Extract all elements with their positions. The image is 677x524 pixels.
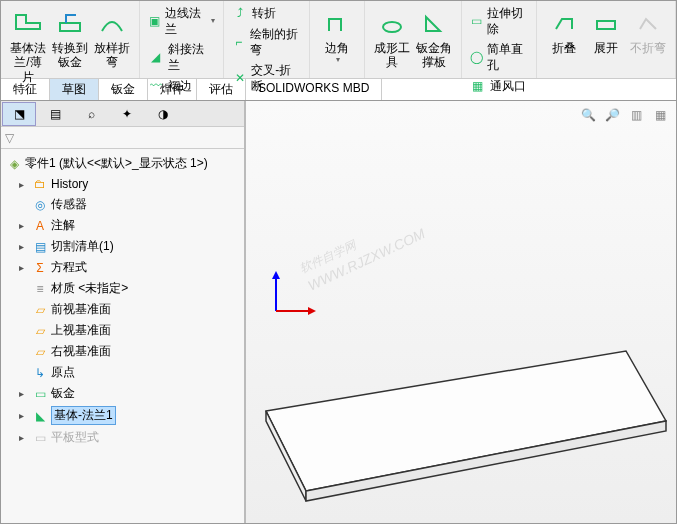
tree-top-plane[interactable]: ▱上视基准面 xyxy=(3,320,242,341)
annotation-icon: A xyxy=(31,218,49,234)
tree-history[interactable]: ▸🗀History xyxy=(3,174,242,194)
svg-marker-4 xyxy=(272,271,280,279)
convert-sheetmetal-button[interactable]: 转换到钣金 xyxy=(49,5,91,72)
unfold-icon xyxy=(590,7,622,39)
simple-hole-button[interactable]: ◯简单直孔 xyxy=(468,41,530,74)
tree-tab-dim[interactable]: ✦ xyxy=(110,102,144,126)
tree-tab-property[interactable]: ▤ xyxy=(38,102,72,126)
sheetmetal-icon: ▭ xyxy=(31,386,49,402)
base-flange-button[interactable]: 基体法兰/薄片 xyxy=(7,5,49,86)
feature-tree: ◈ 零件1 (默认<<默认>_显示状态 1>) ▸🗀History ◎传感器 ▸… xyxy=(1,149,244,523)
tab-sketch[interactable]: 草图 xyxy=(50,79,99,100)
material-icon: ≡ xyxy=(31,281,49,297)
lofted-bend-button[interactable]: 放样折弯 xyxy=(91,5,133,72)
miter-icon: ◢ xyxy=(148,50,164,66)
tree-cutlist[interactable]: ▸▤切割清单(1) xyxy=(3,236,242,257)
tab-sheetmetal[interactable]: 钣金 xyxy=(99,79,148,100)
cutlist-icon: ▤ xyxy=(31,239,49,255)
command-tabs: 特征 草图 钣金 焊件 评估 SOLIDWORKS MBD xyxy=(1,79,676,101)
forming-tool-button[interactable]: 成形工具 xyxy=(371,5,413,72)
extruded-cut-button[interactable]: ▭拉伸切除 xyxy=(468,5,530,38)
graphics-viewport[interactable]: 🔍 🔎 ▥ ▦ 软件自学网 WWW.RJZXW.COM xyxy=(246,101,676,523)
tree-tab-display[interactable]: ◑ xyxy=(146,102,180,126)
forming-icon xyxy=(376,7,408,39)
tree-flat-pattern[interactable]: ▸▭平板型式 xyxy=(3,427,242,448)
plane-icon: ▱ xyxy=(31,302,49,318)
tree-sensors[interactable]: ◎传感器 xyxy=(3,194,242,215)
tab-mbd[interactable]: SOLIDWORKS MBD xyxy=(246,79,382,100)
sketched-bend-button[interactable]: ⌐绘制的折弯 xyxy=(230,26,303,59)
edge-flange-icon: ▣ xyxy=(148,14,161,30)
tree-root[interactable]: ◈ 零件1 (默认<<默认>_显示状态 1>) xyxy=(3,153,242,174)
svg-point-1 xyxy=(383,22,401,32)
gusset-icon xyxy=(418,7,450,39)
flange-icon xyxy=(12,7,44,39)
corner-button[interactable]: 边角▾ xyxy=(316,5,358,67)
sketch-bend-icon: ⌐ xyxy=(232,35,246,51)
filter-icon[interactable]: ▽ xyxy=(5,131,14,145)
sheet-part xyxy=(256,291,676,521)
flat-icon: ▭ xyxy=(31,430,49,446)
hole-icon: ◯ xyxy=(470,50,484,66)
feature-tree-panel: ⬔ ▤ ⌕ ✦ ◑ ▽ ◈ 零件1 (默认<<默认>_显示状态 1>) ▸🗀Hi… xyxy=(1,101,246,523)
convert-icon xyxy=(54,7,86,39)
miter-flange-button[interactable]: ◢斜接法兰 xyxy=(146,41,217,74)
jog-button[interactable]: ⤴转折 xyxy=(230,5,303,23)
vent-button[interactable]: ▦通风口 xyxy=(468,77,530,95)
tree-toolbar: ⬔ ▤ ⌕ ✦ ◑ xyxy=(1,101,244,127)
tree-sheetmetal-folder[interactable]: ▸▭钣金 xyxy=(3,383,242,404)
unfold-button[interactable]: 展开 xyxy=(585,5,627,57)
fold-icon xyxy=(548,7,580,39)
lofted-icon xyxy=(96,7,128,39)
vent-icon: ▦ xyxy=(470,78,486,94)
corner-gusset-button[interactable]: 钣金角撑板 xyxy=(413,5,455,72)
tab-features[interactable]: 特征 xyxy=(1,79,50,100)
corner-icon xyxy=(321,7,353,39)
tree-front-plane[interactable]: ▱前视基准面 xyxy=(3,299,242,320)
tab-evaluate[interactable]: 评估 xyxy=(197,79,246,100)
plane-icon: ▱ xyxy=(31,323,49,339)
history-icon: 🗀 xyxy=(31,176,49,192)
tab-weldments[interactable]: 焊件 xyxy=(148,79,197,100)
fold-button[interactable]: 折叠 xyxy=(543,5,585,57)
flange-feature-icon: ◣ xyxy=(31,408,49,424)
tree-tab-feature[interactable]: ⬔ xyxy=(2,102,36,126)
part-icon: ◈ xyxy=(5,156,23,172)
plane-icon: ▱ xyxy=(31,344,49,360)
svg-rect-2 xyxy=(597,21,615,29)
tree-origin[interactable]: ↳原点 xyxy=(3,362,242,383)
tree-material[interactable]: ≡材质 <未指定> xyxy=(3,278,242,299)
no-bends-button[interactable]: 不折弯 xyxy=(627,5,669,57)
equation-icon: Σ xyxy=(31,260,49,276)
display-style-icon[interactable]: ▦ xyxy=(650,105,670,125)
edge-flange-button[interactable]: ▣边线法兰▾ xyxy=(146,5,217,38)
ribbon: 基体法兰/薄片 转换到钣金 放样折弯 ▣边线法兰▾ ◢斜接法兰 〰褶边 ⤴转折 … xyxy=(1,1,676,79)
tree-tab-config[interactable]: ⌕ xyxy=(74,102,108,126)
view-tools: 🔍 🔎 ▥ ▦ xyxy=(578,105,670,125)
jog-icon: ⤴ xyxy=(232,6,248,22)
section-icon[interactable]: ▥ xyxy=(626,105,646,125)
cut-icon: ▭ xyxy=(470,14,484,30)
zoom-fit-icon[interactable]: 🔍 xyxy=(578,105,598,125)
tree-annotations[interactable]: ▸A注解 xyxy=(3,215,242,236)
sensor-icon: ◎ xyxy=(31,197,49,213)
tree-equations[interactable]: ▸Σ方程式 xyxy=(3,257,242,278)
nobend-icon xyxy=(632,7,664,39)
origin-icon: ↳ xyxy=(31,365,49,381)
tree-base-flange1[interactable]: ▸◣基体-法兰1 xyxy=(3,404,242,427)
svg-rect-0 xyxy=(60,23,80,31)
tree-right-plane[interactable]: ▱右视基准面 xyxy=(3,341,242,362)
zoom-area-icon[interactable]: 🔎 xyxy=(602,105,622,125)
